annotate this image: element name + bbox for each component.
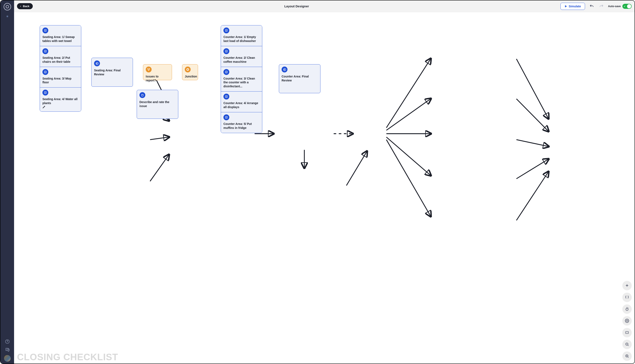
- enter-icon: [94, 60, 100, 66]
- header-actions: Simulate Auto-save ✓: [560, 3, 632, 10]
- autosave-control: Auto-save ✓: [608, 4, 632, 9]
- chat-icon[interactable]: [4, 347, 10, 352]
- task-label: Counter Area: 2/ Clean coffee maschine: [224, 56, 260, 64]
- svg-line-16: [516, 99, 548, 131]
- autosave-label: Auto-save: [608, 5, 621, 8]
- fit-view-button[interactable]: [622, 328, 632, 337]
- back-button[interactable]: Back: [17, 3, 33, 9]
- junction-icon: [185, 66, 191, 72]
- undo-button[interactable]: [589, 3, 595, 9]
- app-frame: Back Layout Designer Simulate Auto-save …: [0, 0, 635, 364]
- redo-button[interactable]: [598, 3, 604, 9]
- checklist-icon: [224, 94, 229, 100]
- nav-indicator-dot: [6, 16, 8, 17]
- task-node[interactable]: Counter Area: 1/ Empty last load of dish…: [221, 26, 262, 46]
- task-node[interactable]: Seating Area: 2/ Put chairs on their tab…: [40, 46, 81, 67]
- decision-node[interactable]: Issues to report?: [143, 64, 172, 80]
- counter-task-stack: Counter Area: 1/ Empty last load of dish…: [221, 25, 262, 133]
- left-nav-rail: [0, 0, 14, 364]
- check-icon: ✓: [624, 5, 626, 8]
- task-node[interactable]: Counter Area: 2/ Clean coffee maschine: [221, 46, 262, 67]
- svg-line-13: [386, 137, 430, 175]
- node-label: Junction: [185, 74, 195, 78]
- checklist-icon: [224, 114, 229, 120]
- main-area: Back Layout Designer Simulate Auto-save …: [14, 0, 634, 364]
- checklist-icon: [224, 48, 229, 54]
- task-label: Seating Area: 3/ Mop floor: [42, 76, 78, 84]
- task-node[interactable]: Counter Area: 5/ Put muffins in fridge: [221, 112, 262, 133]
- app-logo[interactable]: [4, 3, 11, 10]
- svg-point-40: [626, 332, 627, 333]
- node-label: Issues to report?: [146, 74, 169, 82]
- junction-node[interactable]: Junction: [182, 64, 198, 80]
- json-braces-button[interactable]: [622, 293, 632, 302]
- node-label: Seating Area: Final Review: [94, 68, 130, 76]
- seating-task-stack: Seating Area: 1/ Sweap tables with wet t…: [40, 25, 81, 112]
- svg-rect-39: [626, 332, 628, 334]
- simulate-button[interactable]: Simulate: [560, 3, 585, 10]
- svg-line-15: [516, 59, 548, 118]
- svg-line-4: [150, 137, 169, 140]
- task-label: Seating Area: 1/ Sweap tables with wet t…: [42, 35, 78, 43]
- task-label: Seating Area: 4/ Water all plants: [42, 97, 78, 105]
- task-label: Counter Area: 1/ Empty last load of dish…: [224, 35, 260, 43]
- enter-icon: [282, 66, 288, 72]
- task-node[interactable]: Seating Area: 3/ Mop floor: [40, 67, 81, 88]
- header-bar: Back Layout Designer Simulate Auto-save …: [14, 0, 634, 12]
- node-label: Describe and rate the issue: [140, 100, 176, 108]
- settings-button[interactable]: [622, 316, 632, 325]
- svg-rect-30: [142, 94, 143, 96]
- canvas-watermark: CLOSING CHECKLIST: [17, 352, 118, 362]
- zoom-out-button[interactable]: [622, 340, 632, 349]
- final-review-node[interactable]: Seating Area: Final Review: [91, 58, 133, 87]
- svg-line-9: [346, 152, 367, 186]
- timer-button[interactable]: [622, 304, 632, 314]
- svg-point-25: [148, 68, 148, 69]
- task-node[interactable]: Counter Area: 4/ Arrange all displays: [221, 92, 262, 112]
- svg-line-18: [516, 159, 548, 179]
- task-node[interactable]: Counter Area: 3/ Clean the counter with …: [221, 67, 262, 92]
- canvas-tool-stack: [622, 281, 632, 361]
- svg-line-10: [386, 59, 430, 128]
- note-icon: [140, 92, 145, 98]
- pen-icon: [42, 105, 78, 108]
- svg-point-29: [187, 69, 188, 70]
- simulate-button-label: Simulate: [569, 4, 581, 8]
- task-node[interactable]: Seating Area: 1/ Sweap tables with wet t…: [40, 26, 81, 46]
- checklist-icon: [42, 48, 48, 54]
- branch-icon: [146, 66, 152, 72]
- checklist-icon: [224, 69, 229, 75]
- task-label: Counter Area: 5/ Put muffins in fridge: [224, 122, 260, 130]
- final-review-node[interactable]: Counter Area: Final Review: [279, 64, 320, 93]
- flow-canvas[interactable]: Seating Area: 1/ Sweap tables with wet t…: [14, 12, 634, 364]
- autosave-toggle[interactable]: ✓: [622, 4, 632, 9]
- add-node-button[interactable]: [622, 281, 632, 290]
- back-button-label: Back: [23, 4, 30, 8]
- zoom-in-button[interactable]: [622, 352, 632, 361]
- task-label: Seating Area: 2/ Put chairs on their tab…: [42, 56, 78, 64]
- node-label: Counter Area: Final Review: [282, 74, 318, 82]
- svg-point-38: [626, 320, 628, 322]
- svg-line-14: [386, 140, 430, 216]
- svg-point-26: [149, 68, 150, 69]
- svg-line-5: [150, 155, 169, 181]
- svg-point-37: [626, 308, 628, 311]
- checklist-icon: [42, 69, 48, 75]
- form-node[interactable]: Describe and rate the issue: [137, 90, 178, 119]
- svg-line-11: [386, 99, 430, 130]
- task-label: Counter Area: 3/ Clean the counter with …: [224, 76, 260, 88]
- svg-point-41: [628, 332, 628, 333]
- svg-line-19: [516, 172, 548, 220]
- task-label: Counter Area: 4/ Arrange all displays: [224, 101, 260, 109]
- task-node[interactable]: Seating Area: 4/ Water all plants: [40, 88, 81, 112]
- svg-line-17: [516, 140, 548, 146]
- checklist-icon: [42, 28, 48, 34]
- checklist-icon: [224, 28, 229, 34]
- help-icon[interactable]: [4, 339, 10, 344]
- page-title: Layout Designer: [36, 4, 558, 8]
- checklist-icon: [42, 90, 48, 96]
- user-avatar[interactable]: [4, 355, 11, 362]
